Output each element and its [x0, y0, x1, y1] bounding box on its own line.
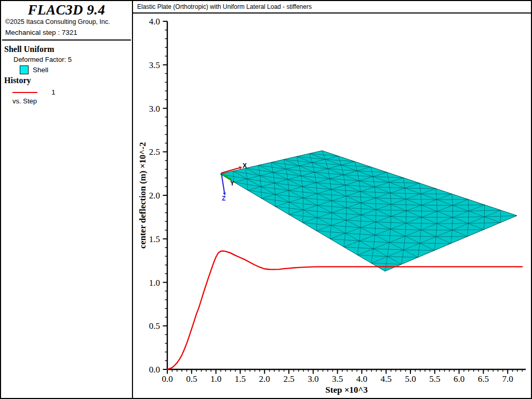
app-logo: FLAC3D 9.4	[1, 3, 132, 17]
svg-text:0.5: 0.5	[186, 374, 197, 384]
y-axis-title: center deflection (m) ×10^-2	[138, 142, 148, 249]
svg-text:2.0: 2.0	[259, 374, 270, 384]
svg-text:3.5: 3.5	[149, 60, 160, 70]
svg-text:6.0: 6.0	[454, 374, 464, 384]
svg-text:3.0: 3.0	[308, 374, 318, 384]
shell-legend-label: Shell	[33, 66, 48, 74]
svg-text:4.0: 4.0	[356, 374, 367, 384]
app-window: FLAC3D 9.4 ©2025 Itasca Consulting Group…	[0, 0, 532, 399]
svg-text:6.5: 6.5	[478, 374, 489, 384]
history-line-sample	[12, 92, 37, 93]
history-vs-step-label: vs. Step	[1, 97, 132, 105]
svg-text:0.5: 0.5	[149, 321, 160, 331]
sidebar-legend-panel: FLAC3D 9.4 ©2025 Itasca Consulting Group…	[1, 1, 133, 398]
plot-title: Elastic Plate (Orthotropic) with Uniform…	[133, 1, 531, 14]
svg-text:2.5: 2.5	[283, 374, 294, 384]
svg-text:Z: Z	[222, 195, 225, 202]
shell-legend-swatch	[20, 65, 29, 74]
main-view: Elastic Plate (Orthotropic) with Uniform…	[133, 1, 531, 398]
svg-text:1.0: 1.0	[210, 374, 221, 384]
svg-text:7.0: 7.0	[502, 374, 513, 384]
svg-text:4.0: 4.0	[149, 17, 160, 26]
svg-text:0.0: 0.0	[162, 374, 172, 384]
svg-text:2.0: 2.0	[149, 191, 160, 201]
svg-text:1.5: 1.5	[149, 234, 160, 244]
svg-text:1.5: 1.5	[235, 374, 246, 384]
history-legend-row: 1	[1, 88, 132, 96]
svg-text:2.5: 2.5	[149, 147, 160, 157]
sidebar-divider	[2, 39, 131, 41]
svg-text:1.0: 1.0	[149, 278, 160, 288]
x-axis-title: Step ×10^3	[325, 385, 367, 395]
svg-text:3.5: 3.5	[332, 374, 343, 384]
plot-viewport[interactable]: XYZ0.00.51.01.52.02.53.03.54.04.55.05.56…	[133, 14, 530, 398]
deformed-factor-text: Deformed Factor: 5	[1, 56, 132, 63]
mechanical-step-text: Mechanical step : 7321	[1, 29, 132, 36]
shell-uniform-heading: Shell Uniform	[1, 45, 132, 54]
svg-text:3.0: 3.0	[149, 104, 160, 114]
shell-legend-row: Shell	[1, 65, 132, 74]
svg-text:5.0: 5.0	[405, 374, 416, 384]
svg-text:0.0: 0.0	[149, 365, 160, 375]
history-item-label: 1	[51, 88, 56, 96]
svg-text:Y: Y	[230, 180, 234, 187]
shell-plate	[220, 151, 517, 271]
svg-text:5.5: 5.5	[429, 374, 440, 384]
svg-text:4.5: 4.5	[381, 374, 392, 384]
history-curve	[167, 251, 522, 369]
history-heading: History	[1, 76, 132, 85]
copyright-text: ©2025 Itasca Consulting Group, Inc.	[1, 18, 132, 25]
svg-text:X: X	[243, 162, 247, 169]
